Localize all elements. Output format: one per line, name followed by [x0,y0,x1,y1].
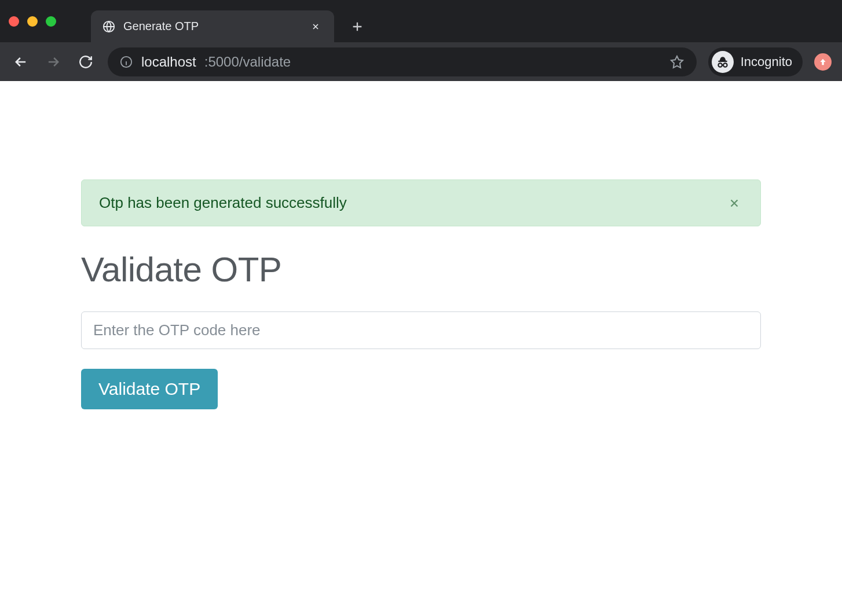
alert-message: Otp has been generated successfully [99,194,726,212]
browser-tab[interactable]: Generate OTP [91,10,334,42]
success-alert: Otp has been generated successfully [81,179,761,226]
incognito-label: Incognito [741,54,792,69]
address-bar[interactable]: localhost:5000/validate [108,47,697,76]
forward-button[interactable] [43,52,64,72]
svg-point-2 [718,63,722,67]
window-minimize-button[interactable] [27,16,38,27]
back-button[interactable] [10,52,31,72]
globe-icon [102,20,115,33]
alert-dismiss-button[interactable] [726,195,743,212]
window-maximize-button[interactable] [46,16,56,27]
incognito-icon [712,51,734,73]
page-title: Validate OTP [81,250,761,289]
browser-chrome: Generate OTP [0,0,842,81]
site-info-icon[interactable] [119,55,133,69]
tab-strip: Generate OTP [0,0,842,42]
profile-avatar[interactable] [814,53,832,71]
browser-toolbar: localhost:5000/validate Incognito [0,42,842,81]
validate-otp-button[interactable]: Validate OTP [81,369,218,409]
tab-title: Generate OTP [123,20,301,33]
new-tab-button[interactable] [346,15,369,38]
window-close-button[interactable] [9,16,19,27]
svg-point-3 [723,63,727,67]
page-content: Otp has been generated successfully Vali… [0,81,842,409]
url-path: :5000/validate [204,54,291,70]
incognito-indicator[interactable]: Incognito [708,47,803,76]
url-host: localhost [141,54,196,70]
window-controls [9,16,56,27]
close-tab-button[interactable] [309,20,323,34]
reload-button[interactable] [75,52,96,72]
otp-input[interactable] [81,311,761,349]
bookmark-star-icon[interactable] [669,54,685,70]
